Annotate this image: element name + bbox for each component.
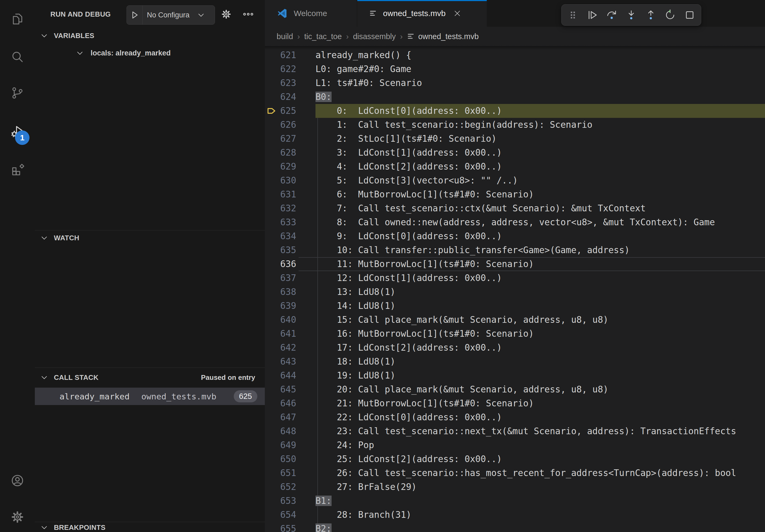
toolbar-restart-button[interactable] bbox=[663, 6, 678, 24]
line-number[interactable]: 622 bbox=[265, 62, 296, 76]
activity-bar-item-source-control[interactable] bbox=[0, 79, 35, 107]
activity-bar-item-settings-gear[interactable] bbox=[0, 503, 35, 531]
activity-bar-item-search[interactable] bbox=[0, 43, 35, 71]
line-number[interactable]: 653 bbox=[265, 494, 296, 508]
variables-section-header[interactable]: VARIABLES bbox=[35, 29, 265, 42]
code-line[interactable]: 635 10: Call transfer::public_transfer<G… bbox=[265, 243, 765, 257]
line-text[interactable]: 26: Call test_scenario::has_most_recent_… bbox=[316, 466, 736, 480]
line-text[interactable]: 5: LdConst[3](vector<u8>: "" /..) bbox=[316, 173, 518, 187]
line-number[interactable]: 647 bbox=[265, 410, 296, 424]
variables-scope-locals[interactable]: locals: already_marked bbox=[35, 46, 265, 61]
line-text[interactable]: L0: game#2#0: Game bbox=[316, 62, 411, 76]
configuration-dropdown[interactable]: No Configura bbox=[143, 11, 215, 19]
code-line[interactable]: 631 6: MutBorrowLoc[1](ts#1#0: Scenario) bbox=[265, 187, 765, 201]
line-text[interactable]: 4: LdConst[2](address: 0x00..) bbox=[316, 160, 502, 173]
code-line[interactable]: 642 17: LdConst[2](address: 0x00..) bbox=[265, 341, 765, 355]
line-text[interactable]: 6: MutBorrowLoc[1](ts#1#0: Scenario) bbox=[316, 187, 534, 201]
line-number[interactable]: 638 bbox=[265, 285, 296, 299]
code-line[interactable]: 649 24: Pop bbox=[265, 438, 765, 452]
watch-section-header[interactable]: WATCH bbox=[35, 231, 265, 245]
views-more-actions-button[interactable] bbox=[240, 0, 256, 28]
breadcrumb-file[interactable]: owned_tests.mvb bbox=[418, 32, 479, 41]
code-line[interactable]: 645 20: Call place_mark(&mut Scenario, a… bbox=[265, 383, 765, 397]
tab-welcome[interactable]: Welcome bbox=[265, 0, 357, 27]
line-number[interactable]: 627 bbox=[265, 132, 296, 146]
line-number[interactable]: 645 bbox=[265, 383, 296, 397]
code-line[interactable]: 646 21: MutBorrowLoc[1](ts#1#0: Scenario… bbox=[265, 397, 765, 410]
line-text[interactable]: 9: LdConst[0](address: 0x00..) bbox=[316, 229, 502, 243]
code-line[interactable]: 634 9: LdConst[0](address: 0x00..) bbox=[265, 229, 765, 243]
code-line[interactable]: 653B1: bbox=[265, 494, 765, 508]
line-text[interactable]: 1: Call test_scenario::begin(address): S… bbox=[316, 118, 592, 132]
activity-bar-item-run-debug[interactable]: 1 bbox=[0, 117, 35, 145]
breadcrumb-item[interactable]: tic_tac_toe bbox=[304, 32, 342, 41]
call-stack-frame-row[interactable]: already_marked owned_tests.mvb 625 bbox=[35, 388, 265, 405]
code-line[interactable]: 628 3: LdConst[1](address: 0x00..) bbox=[265, 146, 765, 160]
line-number[interactable]: 621 bbox=[265, 48, 296, 62]
code-line[interactable]: 651 26: Call test_scenario::has_most_rec… bbox=[265, 466, 765, 480]
line-text[interactable]: 8: Call owned::new(address, address, vec… bbox=[316, 215, 715, 229]
code-line[interactable]: 638 13: LdU8(1) bbox=[265, 285, 765, 299]
line-text[interactable]: 16: MutBorrowLoc[1](ts#1#0: Scenario) bbox=[316, 327, 534, 341]
line-text[interactable]: 7: Call test_scenario::ctx(&mut Scenario… bbox=[316, 201, 646, 215]
code-area[interactable]: 621already_marked() {622L0: game#2#0: Ga… bbox=[265, 46, 765, 532]
code-line[interactable]: 652 27: BrFalse(29) bbox=[265, 480, 765, 494]
line-text[interactable]: 13: LdU8(1) bbox=[316, 285, 395, 299]
close-icon[interactable] bbox=[453, 9, 461, 18]
code-line[interactable]: 648 23: Call test_scenario::next_tx(&mut… bbox=[265, 424, 765, 438]
line-number[interactable]: 637 bbox=[265, 271, 296, 285]
line-text[interactable]: 12: LdConst[1](address: 0x00..) bbox=[316, 271, 502, 285]
code-line[interactable]: 622L0: game#2#0: Game bbox=[265, 62, 765, 76]
line-text[interactable]: 25: LdConst[2](address: 0x00..) bbox=[316, 452, 502, 466]
breakpoints-section-header[interactable]: BREAKPOINTS bbox=[35, 523, 265, 532]
start-debugging-button[interactable] bbox=[127, 6, 143, 24]
code-line[interactable]: 624B0: bbox=[265, 90, 765, 104]
line-number[interactable]: 654 bbox=[265, 508, 296, 522]
code-line[interactable]: 636 11: MutBorrowLoc[1](ts#1#0: Scenario… bbox=[265, 257, 765, 271]
call-stack-section-header[interactable]: CALL STACK Paused on entry bbox=[35, 370, 265, 385]
breadcrumb-item[interactable]: disassembly bbox=[353, 32, 396, 41]
line-number[interactable]: 639 bbox=[265, 299, 296, 313]
line-number[interactable]: 646 bbox=[265, 397, 296, 410]
line-number[interactable]: 650 bbox=[265, 452, 296, 466]
line-number[interactable]: 642 bbox=[265, 341, 296, 355]
line-text[interactable]: 27: BrFalse(29) bbox=[316, 480, 417, 494]
line-text[interactable]: L1: ts#1#0: Scenario bbox=[316, 76, 422, 90]
code-line[interactable]: 637 12: LdConst[1](address: 0x00..) bbox=[265, 271, 765, 285]
breadcrumb-item[interactable]: build bbox=[277, 32, 293, 41]
line-number[interactable]: 649 bbox=[265, 438, 296, 452]
line-text[interactable]: 15: Call place_mark(&mut Scenario, addre… bbox=[316, 313, 608, 327]
code-line[interactable]: 627 2: StLoc[1](ts#1#0: Scenario) bbox=[265, 132, 765, 146]
line-text[interactable]: 11: MutBorrowLoc[1](ts#1#0: Scenario) bbox=[316, 257, 534, 271]
line-number[interactable]: 630 bbox=[265, 173, 296, 187]
debug-toolbar[interactable] bbox=[561, 4, 701, 26]
code-line[interactable]: 654 28: Branch(31) bbox=[265, 508, 765, 522]
line-text[interactable]: 0: LdConst[0](address: 0x00..) bbox=[316, 104, 502, 118]
line-text[interactable]: 22: LdConst[0](address: 0x00..) bbox=[316, 410, 502, 424]
toolbar-step-over-button[interactable] bbox=[604, 6, 619, 24]
line-text[interactable]: 21: MutBorrowLoc[1](ts#1#0: Scenario) bbox=[316, 397, 534, 410]
line-number[interactable]: 633 bbox=[265, 215, 296, 229]
line-text[interactable]: 23: Call test_scenario::next_tx(&mut Sce… bbox=[316, 424, 736, 438]
line-number[interactable]: 655 bbox=[265, 522, 296, 532]
code-line[interactable]: 655B2: bbox=[265, 522, 765, 532]
activity-bar-item-files[interactable] bbox=[0, 5, 35, 33]
line-text[interactable]: 2: StLoc[1](ts#1#0: Scenario) bbox=[316, 132, 497, 146]
code-line[interactable]: 640 15: Call place_mark(&mut Scenario, a… bbox=[265, 313, 765, 327]
line-number[interactable]: 640 bbox=[265, 313, 296, 327]
toolbar-step-out-button[interactable] bbox=[643, 6, 658, 24]
code-line[interactable]: 643 18: LdU8(1) bbox=[265, 355, 765, 369]
toolbar-gripper-button[interactable] bbox=[565, 6, 580, 24]
line-text[interactable]: 28: Branch(31) bbox=[316, 508, 411, 522]
line-text[interactable]: already_marked() { bbox=[316, 48, 411, 62]
toolbar-stop-button[interactable] bbox=[682, 6, 697, 24]
line-text[interactable]: 19: LdU8(1) bbox=[316, 369, 395, 383]
line-text[interactable]: 18: LdU8(1) bbox=[316, 355, 395, 369]
line-number[interactable]: 648 bbox=[265, 424, 296, 438]
code-line[interactable]: 639 14: LdU8(1) bbox=[265, 299, 765, 313]
code-line[interactable]: 644 19: LdU8(1) bbox=[265, 369, 765, 383]
code-line[interactable]: 633 8: Call owned::new(address, address,… bbox=[265, 215, 765, 229]
line-number[interactable]: 629 bbox=[265, 160, 296, 173]
line-text[interactable]: 17: LdConst[2](address: 0x00..) bbox=[316, 341, 502, 355]
line-number[interactable]: 652 bbox=[265, 480, 296, 494]
